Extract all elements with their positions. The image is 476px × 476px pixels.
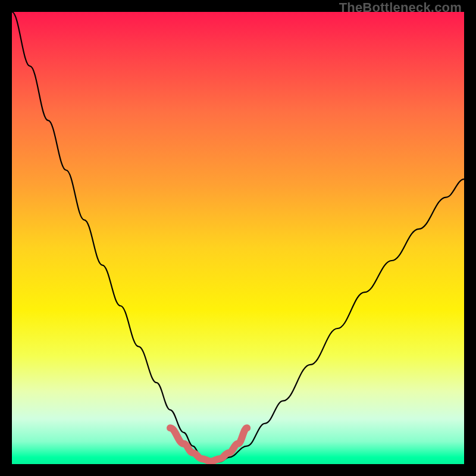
bottleneck-curve: [12, 12, 464, 462]
chart-svg: [12, 12, 464, 464]
chart-frame: TheBottleneck.com: [0, 0, 476, 476]
optimal-band: [170, 428, 247, 461]
plot-area: [12, 12, 464, 464]
